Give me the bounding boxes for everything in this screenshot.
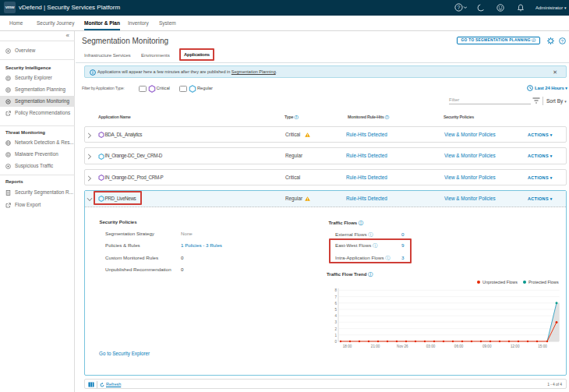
svg-text:5: 5 <box>334 308 337 312</box>
svg-text:7: 7 <box>334 295 337 299</box>
svg-text:0: 0 <box>334 340 337 344</box>
svg-text:2: 2 <box>334 327 337 331</box>
svg-text:18:00: 18:00 <box>343 344 352 348</box>
svg-text:03:00: 03:00 <box>426 344 436 348</box>
svg-text:12:00: 12:00 <box>511 344 520 348</box>
svg-text:09:00: 09:00 <box>482 344 492 348</box>
svg-text:3: 3 <box>334 320 337 324</box>
svg-text:Unprotected Flows: Unprotected Flows <box>482 280 518 284</box>
svg-text:8: 8 <box>334 288 337 292</box>
svg-text:?: ? <box>561 38 564 43</box>
svg-text:Protected Flows: Protected Flows <box>528 280 559 284</box>
svg-text:?: ? <box>458 5 461 10</box>
svg-text:15:00: 15:00 <box>538 344 547 348</box>
svg-text:21:00: 21:00 <box>371 344 380 348</box>
svg-text:06:00: 06:00 <box>454 344 464 348</box>
svg-text:4: 4 <box>334 314 337 318</box>
svg-text:6: 6 <box>334 302 337 305</box>
svg-text:Nov 26: Nov 26 <box>397 344 408 348</box>
svg-text:1: 1 <box>334 334 337 337</box>
